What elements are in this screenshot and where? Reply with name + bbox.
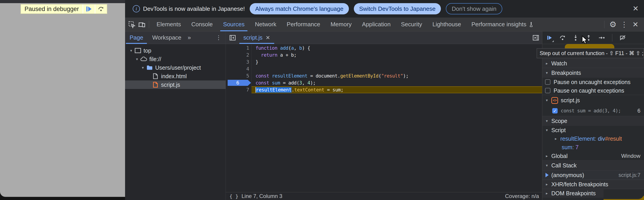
frame-icon-wrap (134, 48, 142, 53)
inspect-element-button[interactable] (127, 19, 137, 29)
code-line-2[interactable]: 2 return a + b; (226, 51, 542, 58)
match-chrome-language-button[interactable]: Always match Chrome's language (250, 3, 349, 14)
code-text[interactable]: const resultElement = document.getElemen… (252, 72, 542, 79)
collapse-debugger-button[interactable] (531, 33, 541, 43)
section-scope[interactable]: ▾ Scope (542, 116, 644, 126)
line-number-gutter[interactable]: 1 (226, 45, 252, 51)
section-label: Watch (551, 60, 567, 67)
code-text[interactable]: resultElement.textContent = sum; (252, 86, 542, 93)
code-text[interactable] (252, 65, 542, 72)
deactivate-breakpoints-button[interactable] (618, 33, 628, 43)
tree-item-top[interactable]: ▾top (125, 46, 226, 55)
close-devtools-icon[interactable]: ✕ (630, 19, 640, 29)
page-dimmed-overlay: Paused in debugger (0, 3, 125, 197)
scope-var-resultElement[interactable]: ▸ resultElement: div#result (542, 134, 644, 143)
code-text[interactable]: const sum = add(3, 4); (252, 79, 542, 86)
tab-network[interactable]: Network (250, 17, 282, 31)
chevron-down-icon: ▾ (542, 163, 551, 168)
resume-script-button[interactable] (82, 4, 95, 13)
settings-gear-icon[interactable]: ⚙ (608, 19, 618, 29)
tab-workspace[interactable]: Workspace (148, 31, 186, 44)
scope-script-group[interactable]: ▾ Script (542, 126, 644, 134)
code-token: 3 (299, 80, 302, 86)
tree-item-file-[interactable]: ▾file:// (125, 55, 226, 63)
checkbox-checked[interactable]: ✓ (552, 108, 558, 113)
tab-security[interactable]: Security (396, 17, 428, 31)
infobar-message: DevTools is now available in Japanese! (143, 5, 245, 12)
tab-sources[interactable]: Sources (218, 17, 250, 31)
step-over-button[interactable] (558, 33, 568, 43)
chevron-down-icon[interactable]: ▾ (140, 65, 146, 70)
tab-performance-insights[interactable]: Performance insights (466, 17, 540, 31)
tree-item-index-html[interactable]: index.html (125, 72, 226, 80)
resume-icon (86, 6, 92, 11)
checkbox-unchecked[interactable] (545, 88, 550, 93)
scope-global-group[interactable]: ▸ Global Window (542, 152, 644, 161)
code-line-1[interactable]: 1function add(a, b) { (226, 44, 542, 51)
tab-elements[interactable]: Elements (152, 17, 186, 31)
more-tabs-chevron-icon[interactable]: » (186, 34, 192, 41)
tree-item-script-js[interactable]: script.js (125, 80, 226, 89)
scope-var-sum[interactable]: sum: 7 (542, 143, 644, 152)
breakpoint-group-script-js[interactable]: ▾ <> script.js (542, 95, 644, 106)
tab-label: Performance (287, 21, 320, 28)
more-options-icon[interactable]: ⋮ (619, 19, 629, 29)
pause-on-uncaught-row[interactable]: Pause on uncaught exceptions (542, 78, 644, 86)
pause-on-caught-row[interactable]: Pause on caught exceptions (542, 86, 644, 95)
editor-tab-label: script.js (244, 34, 262, 41)
switch-devtools-japanese-button[interactable]: Switch DevTools to Japanese (354, 3, 441, 14)
editor-tab-close-icon[interactable]: ✕ (266, 35, 270, 41)
code-text[interactable]: return a + b; (252, 51, 542, 58)
code-token: , (294, 45, 299, 51)
section-watch[interactable]: ▸ Watch (542, 59, 644, 68)
code-text[interactable]: } (252, 58, 542, 65)
step-button[interactable] (597, 33, 607, 43)
code-line-4[interactable]: 4 (226, 65, 542, 72)
tab-lighthouse[interactable]: Lighthouse (427, 17, 466, 31)
section-xhr-breakpoints[interactable]: ▸ XHR/fetch Breakpoints (542, 180, 644, 189)
code-line-3[interactable]: 3} (226, 58, 542, 65)
breakpoint-marker[interactable]: 6 (226, 80, 252, 86)
tab-page[interactable]: Page (125, 31, 148, 44)
line-number-gutter[interactable]: 3 (226, 59, 252, 65)
sources-navigator: Page Workspace » ⋮ ▾top▾file://▾Users/us… (125, 31, 226, 200)
tab-console[interactable]: Console (186, 17, 218, 31)
line-number-gutter[interactable]: 4 (226, 66, 252, 72)
resume-button[interactable] (544, 33, 554, 43)
code-line-5[interactable]: 5const resultElement = document.getEleme… (226, 72, 542, 79)
breakpoint-file-label: script.js (561, 97, 580, 104)
tab-label: Console (191, 21, 212, 28)
section-label: Scope (551, 118, 567, 124)
code-editor[interactable]: 1function add(a, b) {2 return a + b;3}45… (226, 44, 542, 192)
dont-show-again-button[interactable]: Don't show again (446, 3, 502, 14)
tree-item-label: Users/user/project (155, 64, 201, 71)
checkbox-unchecked[interactable] (545, 79, 550, 85)
step-into-button[interactable] (571, 33, 580, 43)
tab-application[interactable]: Application (357, 17, 396, 31)
step-over-banner-button[interactable] (95, 4, 107, 13)
code-token: 4 (308, 80, 310, 86)
tree-item-users-user-project[interactable]: ▾Users/user/project (125, 63, 226, 72)
line-number-gutter[interactable]: 2 (226, 52, 252, 58)
code-text[interactable]: function add(a, b) { (252, 44, 542, 51)
chevron-down-icon[interactable]: ▾ (128, 48, 134, 53)
editor-pane: script.js ✕ 1function add(a, b) {2 retur… (226, 31, 542, 200)
section-call-stack[interactable]: ▾ Call Stack (542, 161, 644, 170)
code-token: "result" (381, 73, 403, 79)
section-breakpoints[interactable]: ▾ Breakpoints (542, 68, 644, 78)
infobar-close-icon[interactable]: ✕ (632, 5, 638, 12)
code-line-7[interactable]: 7resultElement.textContent = sum; (226, 86, 542, 93)
tab-memory[interactable]: Memory (325, 17, 357, 31)
chevron-down-icon[interactable]: ▾ (134, 57, 140, 62)
navigator-menu-icon[interactable]: ⋮ (214, 34, 226, 41)
breakpoint-entry[interactable]: ✓ const sum = add(3, 4); 6 (542, 106, 644, 116)
line-number-gutter[interactable]: 7 (226, 87, 252, 93)
device-toolbar-button[interactable] (137, 19, 147, 29)
pretty-print-icon[interactable]: { } (230, 194, 238, 199)
code-line-6[interactable]: 6const sum = add(3, 4); (226, 79, 542, 86)
editor-tab-script-js[interactable]: script.js ✕ (239, 31, 274, 44)
collapse-navigator-button[interactable] (228, 33, 238, 43)
call-stack-frame[interactable]: (anonymous) script.js:7 (542, 170, 644, 180)
line-number-gutter[interactable]: 5 (226, 73, 252, 79)
tab-performance[interactable]: Performance (282, 17, 326, 31)
